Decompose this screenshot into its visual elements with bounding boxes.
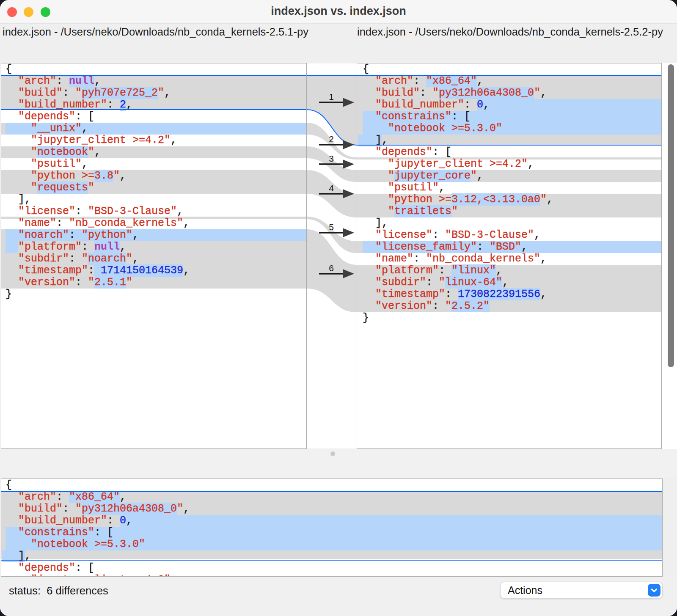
svg-text:4: 4 bbox=[329, 183, 334, 193]
svg-text:5: 5 bbox=[329, 222, 334, 232]
svg-text:6: 6 bbox=[329, 263, 334, 273]
svg-text:2: 2 bbox=[329, 134, 334, 144]
svg-text:3: 3 bbox=[329, 154, 334, 163]
svg-text:1: 1 bbox=[329, 92, 334, 102]
